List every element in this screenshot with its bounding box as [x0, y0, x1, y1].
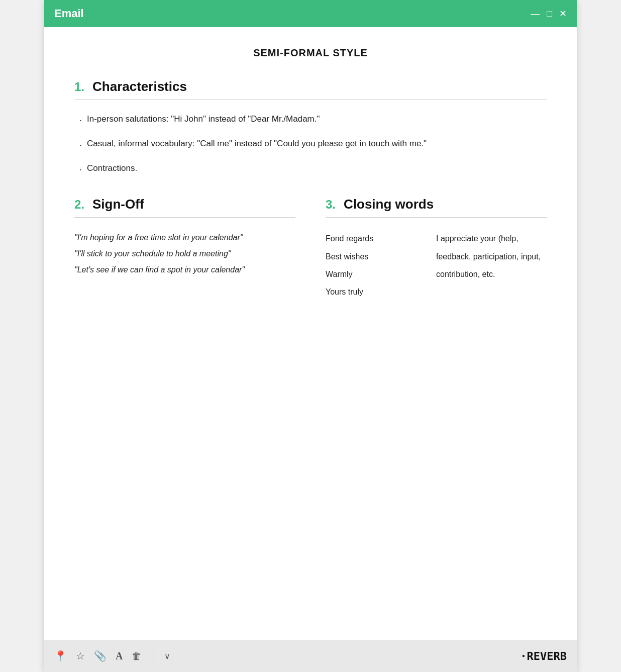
section3-header: 3. Closing words	[326, 197, 547, 212]
maximize-button[interactable]: □	[547, 9, 552, 18]
characteristics-list: · In-person salutations: "Hi John" inste…	[74, 112, 547, 176]
section3-title: Closing words	[344, 197, 434, 212]
titlebar: Email — □ ✕	[44, 0, 577, 27]
section2-col: 2. Sign-Off "I'm hoping for a free time …	[74, 197, 295, 301]
closing-words-grid: Fond regards Best wishes Warmly Yours tr…	[326, 230, 547, 301]
brand-logo: ·REVERB	[520, 650, 567, 662]
app-window: Email — □ ✕ SEMI-FORMAL STYLE 1. Charact…	[44, 0, 577, 672]
brand-text: ·REVERB	[520, 650, 567, 662]
signoff-quotes: "I'm hoping for a free time slot in your…	[74, 230, 295, 278]
section1-divider	[74, 100, 547, 100]
bullet-text: Casual, informal vocabulary: "Call me" i…	[87, 137, 427, 150]
closing-word-3: Warmly	[326, 265, 436, 283]
quote-1: "I'm hoping for a free time slot in your…	[74, 230, 295, 246]
closing-words-left: Fond regards Best wishes Warmly Yours tr…	[326, 230, 436, 301]
quote-3: "Let's see if we can find a spot in your…	[74, 262, 295, 278]
bullet-icon: ·	[79, 138, 82, 152]
toolbar-divider	[153, 648, 153, 663]
close-button[interactable]: ✕	[559, 9, 567, 18]
bullet-text: Contractions.	[87, 161, 137, 175]
section1-header: 1. Characteristics	[74, 79, 547, 94]
bullet-icon: ·	[79, 113, 82, 128]
quote-2: "I'll stick to your schedule to hold a m…	[74, 246, 295, 262]
bottom-toolbar: 📍 ☆ 📎 A 🗑 ∨ ·REVERB	[44, 640, 577, 672]
section3-col: 3. Closing words Fond regards Best wishe…	[326, 197, 547, 301]
star-icon[interactable]: ☆	[76, 650, 85, 662]
minimize-button[interactable]: —	[531, 9, 540, 18]
section2-header: 2. Sign-Off	[74, 197, 295, 212]
app-title: Email	[54, 7, 84, 20]
page-title: SEMI-FORMAL STYLE	[74, 47, 547, 59]
delete-icon[interactable]: 🗑	[132, 650, 142, 662]
bullet-icon: ·	[79, 162, 82, 177]
dropdown-button[interactable]: ∨	[164, 651, 170, 661]
list-item: · Casual, informal vocabulary: "Call me"…	[79, 137, 547, 152]
location-icon[interactable]: 📍	[54, 650, 67, 662]
closing-word-4: Yours truly	[326, 283, 436, 301]
list-item: · Contractions.	[79, 161, 547, 177]
closing-word-2: Best wishes	[326, 248, 436, 265]
window-controls: — □ ✕	[531, 9, 567, 18]
toolbar-left-icons: 📍 ☆ 📎 A 🗑 ∨	[54, 648, 170, 663]
section1-number: 1.	[74, 80, 84, 94]
section2-number: 2.	[74, 198, 84, 212]
section3-divider	[326, 217, 547, 218]
section2-divider	[74, 217, 295, 218]
two-column-section: 2. Sign-Off "I'm hoping for a free time …	[74, 197, 547, 301]
text-format-icon[interactable]: A	[116, 650, 123, 662]
closing-words-right: I appreciate your (help, feedback, parti…	[436, 230, 547, 301]
main-content: SEMI-FORMAL STYLE 1. Characteristics · I…	[44, 27, 577, 640]
section3-number: 3.	[326, 198, 336, 212]
bullet-text: In-person salutations: "Hi John" instead…	[87, 112, 320, 126]
section1-title: Characteristics	[92, 79, 187, 94]
section2-title: Sign-Off	[92, 197, 144, 212]
closing-word-1: Fond regards	[326, 230, 436, 247]
paperclip-icon[interactable]: 📎	[94, 650, 107, 662]
list-item: · In-person salutations: "Hi John" inste…	[79, 112, 547, 128]
closing-right-text: I appreciate your (help, feedback, parti…	[436, 230, 547, 283]
